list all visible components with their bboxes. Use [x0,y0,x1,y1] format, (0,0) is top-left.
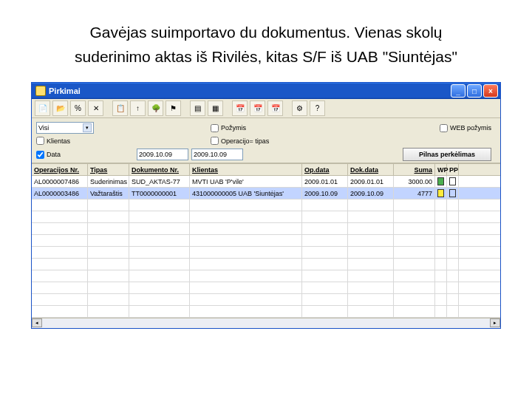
toolbar-copy-icon[interactable]: 📋 [112,100,128,116]
toolbar-help-icon[interactable]: ? [310,100,325,116]
table-row[interactable] [32,200,500,211]
klientas-checkbox[interactable] [36,137,44,145]
toolbar-new-icon[interactable]: 📄 [35,100,50,116]
toolbar-percent-icon[interactable]: % [70,100,86,116]
table-row[interactable] [32,235,500,247]
toolbar-cal3-icon[interactable]: 📅 [267,100,283,116]
col-wp[interactable]: WP [435,164,447,175]
klientas-label: Klientas [47,137,70,145]
caption-line1: Gavėjas suimportavo du dokumentus. Viena… [30,21,502,45]
pozymis-label: Požymis [221,124,246,132]
operacijotipas-checkbox[interactable] [211,137,219,145]
scroll-left-icon[interactable]: ◂ [32,318,42,327]
table-row[interactable] [32,282,500,294]
table-row[interactable] [32,306,500,318]
webpozymis-label: WEB požymis [450,124,491,132]
webpozymis-checkbox[interactable] [440,124,448,132]
date-to-input[interactable]: 2009.10.09 [191,149,243,160]
operacijotipas-label: Operacijo= tipas [221,137,269,145]
toolbar-flag-icon[interactable]: ⚑ [166,100,181,116]
scroll-right-icon[interactable]: ▸ [490,318,500,327]
toolbar-open-icon[interactable]: 📂 [52,100,68,116]
pozymis-checkbox[interactable] [211,124,219,132]
col-dokumento[interactable]: Dokumento Nr. [129,164,190,175]
horizontal-scrollbar[interactable]: ◂ ▸ [32,318,500,328]
pilnas-perkelimas-button[interactable]: Pilnas perkėlimas [403,148,491,161]
col-dokdata[interactable]: Dok.data [348,164,394,175]
pp-status-icon [449,189,456,197]
minimize-button[interactable]: _ [451,84,466,98]
toolbar-tree-icon[interactable]: 🌳 [148,100,163,116]
data-grid: Operacijos Nr. Tipas Dokumento Nr. Klien… [32,163,500,328]
table-row[interactable]: AL0000003486 Važtaraštis TT0000000001 43… [32,188,500,200]
col-opdata[interactable]: Op.data [302,164,348,175]
table-row[interactable] [32,270,500,282]
table-row[interactable] [32,259,500,270]
caption-line2: suderinimo aktas iš Rivilės, kitas S/F i… [30,45,502,69]
date-from-input[interactable]: 2009.10.09 [137,149,188,160]
pp-status-icon [449,177,456,185]
filters-panel: Visi▾ Požymis WEB požymis Klientas Opera… [32,118,500,163]
toolbar-delete-icon[interactable]: ✕ [88,100,103,116]
app-window: Pirkimai _ □ × 📄 📂 % ✕ 📋 ↑ 🌳 ⚑ ▤ ▦ 📅 📅 📅… [31,82,501,329]
close-button[interactable]: × [483,84,498,98]
col-tipas[interactable]: Tipas [88,164,129,175]
table-row[interactable] [32,223,500,235]
titlebar: Pirkimai _ □ × [32,83,500,99]
toolbar-cfg-icon[interactable]: ⚙ [292,100,307,116]
visi-select[interactable]: Visi▾ [36,122,94,134]
data-label: Data [47,151,61,158]
col-suma[interactable]: Suma [394,164,435,175]
table-row[interactable] [32,294,500,306]
wp-status-icon [437,189,444,197]
col-klientas[interactable]: Klientas [190,164,302,175]
col-operacijos[interactable]: Operacijos Nr. [32,164,88,175]
grid-header: Operacijos Nr. Tipas Dokumento Nr. Klien… [32,163,500,176]
toolbar-up-icon[interactable]: ↑ [130,100,146,116]
toolbar-cal2-icon[interactable]: 📅 [250,100,265,116]
toolbar-cal1-icon[interactable]: 📅 [232,100,248,116]
toolbar-view2-icon[interactable]: ▦ [208,100,223,116]
window-title: Pirkimai [49,86,81,95]
table-row[interactable]: AL0000007486 Suderinimas SUD_AKTAS-77 MV… [32,176,500,188]
app-icon [35,86,46,96]
table-row[interactable] [32,211,500,223]
table-row[interactable] [32,247,500,259]
col-pp[interactable]: PP [447,164,459,175]
toolbar: 📄 📂 % ✕ 📋 ↑ 🌳 ⚑ ▤ ▦ 📅 📅 📅 ⚙ ? [32,99,500,118]
maximize-button[interactable]: □ [467,84,482,98]
wp-status-icon [437,177,444,185]
data-checkbox[interactable] [36,151,44,159]
toolbar-view1-icon[interactable]: ▤ [190,100,205,116]
